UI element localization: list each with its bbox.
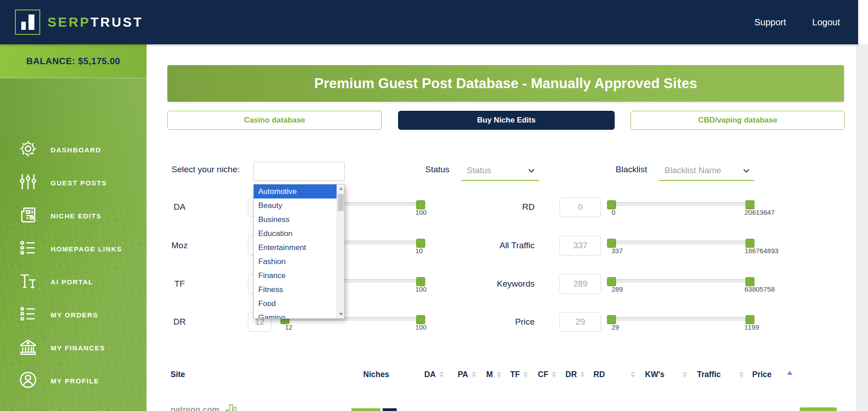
slider-max-label: 10: [415, 247, 423, 255]
column-header-traffic[interactable]: Traffic: [697, 369, 721, 380]
sort-icon[interactable]: [472, 371, 476, 378]
bar-chart-icon[interactable]: [226, 403, 237, 411]
blacklist-select[interactable]: Blacklist Name: [659, 161, 754, 181]
slider-handle-min[interactable]: [607, 277, 616, 286]
sidebar-item-my-orders[interactable]: MY ORDERS: [18, 306, 147, 324]
bar-chart-logo-icon: [15, 9, 40, 35]
support-link[interactable]: Support: [754, 17, 786, 28]
slider-track[interactable]: [612, 202, 750, 206]
slider-track[interactable]: [612, 279, 750, 283]
sort-icon[interactable]: [683, 369, 687, 380]
column-header-da[interactable]: DA: [424, 369, 444, 380]
column-header-cf[interactable]: CF: [538, 369, 556, 380]
column-header-niches[interactable]: Niches: [363, 369, 389, 380]
niche-option-entertainment[interactable]: Entertainment: [254, 241, 337, 255]
slider-min-label: 337: [612, 247, 623, 255]
list-icon: [18, 304, 38, 326]
sort-icon[interactable]: [439, 371, 444, 378]
app-screen: SERPTRUST Support Logout BALANCE: $5,175…: [0, 0, 868, 411]
slider-min-label: 29: [612, 323, 619, 331]
sidebar-item-ai-portal[interactable]: AI PORTAL: [18, 273, 147, 291]
rd-min-input[interactable]: 0: [560, 197, 601, 217]
blacklist-label: Blacklist: [616, 165, 647, 175]
dropdown-scrollbar[interactable]: [337, 184, 344, 318]
tab-casino-database[interactable]: Casino database: [167, 111, 382, 130]
sort-icon[interactable]: [631, 369, 635, 380]
column-header-rd[interactable]: RD: [593, 369, 605, 380]
tf-label: TF: [164, 274, 195, 294]
slider-handle-min[interactable]: [607, 239, 616, 248]
sort-icon[interactable]: [552, 371, 556, 378]
column-header-kws[interactable]: KW's: [645, 369, 664, 380]
sidebar-item-my-profile[interactable]: MY PROFILE: [18, 372, 147, 390]
slider-handle-max[interactable]: [416, 200, 425, 209]
scrollbar-thumb[interactable]: [338, 194, 344, 211]
niche-option-business[interactable]: Business: [254, 213, 337, 227]
status-select[interactable]: Status: [461, 161, 539, 181]
slider-track[interactable]: [612, 241, 750, 244]
slider-track[interactable]: [612, 317, 750, 321]
table-row-site[interactable]: patreon.com: [171, 403, 237, 411]
column-header-site[interactable]: Site: [171, 369, 185, 380]
all-traffic-label: All Traffic: [444, 235, 535, 256]
slider-handle-max[interactable]: [745, 315, 754, 324]
sidebar-item-dashboard[interactable]: DASHBOARD: [18, 141, 147, 159]
sidebar-item-label: GUEST POSTS: [51, 179, 107, 187]
sort-asc-icon[interactable]: [787, 371, 792, 375]
slider-handle-max[interactable]: [416, 239, 425, 248]
column-header-dr[interactable]: DR: [565, 369, 585, 380]
keywords-range-slider: 289 63805758: [612, 274, 750, 294]
niche-option-beauty[interactable]: Beauty: [254, 198, 337, 213]
slider-max-label: 100: [415, 323, 427, 331]
keywords-min-input[interactable]: 289: [560, 274, 601, 294]
column-header-tf[interactable]: TF: [510, 369, 528, 380]
slider-handle-min[interactable]: [607, 200, 616, 209]
niche-option-fitness[interactable]: Fitness: [254, 283, 337, 297]
sidebar: BALANCE: $5,175.00 DASHBOARD GUEST POSTS: [0, 44, 147, 411]
sidebar-item-niche-edits[interactable]: NICHE EDITS: [18, 207, 147, 225]
keywords-label: Keywords: [444, 274, 535, 294]
slider-handle-max[interactable]: [416, 315, 425, 324]
price-min-input[interactable]: 29: [560, 312, 601, 332]
slider-handle-max[interactable]: [745, 200, 754, 209]
buy-button-partial[interactable]: [800, 407, 837, 411]
da-label: DA: [164, 197, 195, 217]
sidebar-item-label: NICHE EDITS: [51, 212, 102, 220]
sidebar-item-guest-posts[interactable]: GUEST POSTS: [18, 174, 147, 192]
sort-icon[interactable]: [739, 369, 744, 380]
bank-icon: [18, 337, 38, 359]
sidebar-menu: DASHBOARD GUEST POSTS NICHE EDITS: [0, 141, 147, 405]
niche-option-gaming[interactable]: Gaming: [254, 311, 337, 319]
slider-handle-min[interactable]: [607, 315, 616, 324]
column-header-m[interactable]: M: [486, 369, 501, 380]
sort-icon[interactable]: [523, 371, 528, 378]
niche-option-finance[interactable]: Finance: [254, 269, 337, 283]
list-icon: [18, 238, 38, 260]
niche-option-fashion[interactable]: Fashion: [254, 255, 337, 269]
slider-min-label: 0: [612, 208, 615, 216]
slider-handle-max[interactable]: [416, 277, 425, 286]
niche-option-automotive[interactable]: Automotive: [254, 184, 337, 198]
column-header-pa[interactable]: PA: [458, 369, 476, 380]
sidebar-item-my-finances[interactable]: MY FINANCES: [18, 339, 147, 357]
all-traffic-min-input[interactable]: 337: [560, 236, 601, 255]
status-select-value: Status: [467, 165, 491, 175]
niche-option-education[interactable]: Education: [254, 227, 337, 241]
niche-option-food[interactable]: Food: [254, 297, 337, 311]
sort-icon[interactable]: [497, 371, 501, 378]
column-header-price[interactable]: Price: [752, 369, 772, 380]
site-domain[interactable]: patreon.com: [171, 405, 219, 411]
sidebar-item-homepage-links[interactable]: HOMEPAGE LINKS: [18, 240, 147, 258]
brand-logo[interactable]: SERPTRUST: [15, 9, 143, 35]
tab-cbd-vaping-database[interactable]: CBD/vaping database: [631, 111, 845, 130]
slider-handle-max[interactable]: [745, 239, 754, 248]
scroll-up-icon[interactable]: [337, 184, 345, 193]
logout-link[interactable]: Logout: [812, 17, 840, 28]
status-label: Status: [425, 165, 450, 175]
scroll-down-icon[interactable]: [337, 310, 345, 318]
niche-combobox[interactable]: [253, 162, 345, 181]
sort-icon[interactable]: [580, 371, 585, 378]
slider-handle-max[interactable]: [745, 277, 754, 286]
page-scroll-gutter[interactable]: [856, 44, 868, 411]
tab-buy-niche-edits[interactable]: Buy Niche Edits: [398, 111, 615, 130]
